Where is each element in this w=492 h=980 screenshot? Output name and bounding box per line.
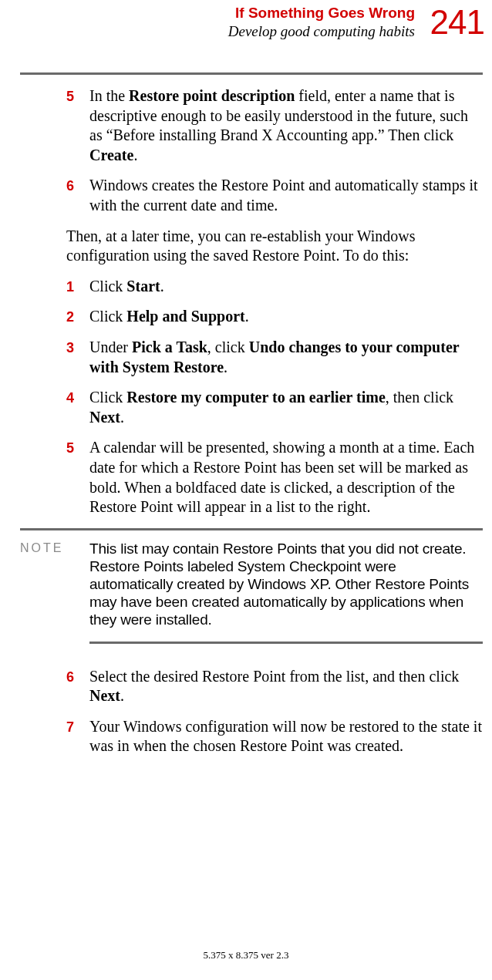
bold-term: Start bbox=[126, 278, 160, 295]
page-footer: 5.375 x 8.375 ver 2.3 bbox=[0, 949, 492, 961]
step-number: 4 bbox=[66, 388, 89, 427]
text-run: , then click bbox=[386, 389, 453, 406]
step-number: 7 bbox=[66, 717, 89, 756]
note-label: NOTE bbox=[20, 540, 89, 629]
note-rule-bottom bbox=[89, 642, 483, 644]
text-run: . bbox=[133, 146, 137, 163]
page-number: 241 bbox=[430, 3, 484, 42]
bold-term: Create bbox=[89, 146, 133, 163]
text-run: A calendar will be presented, showing a … bbox=[89, 439, 474, 515]
text-run: Click bbox=[89, 278, 126, 295]
step-text: Click Help and Support. bbox=[89, 307, 249, 327]
step-text: Select the desired Restore Point from th… bbox=[89, 667, 483, 706]
step-number: 5 bbox=[66, 438, 89, 517]
text-run: . bbox=[160, 278, 164, 295]
step-text: In the Restore point description field, … bbox=[89, 86, 483, 165]
step-number: 6 bbox=[66, 667, 89, 706]
note-rule-top bbox=[20, 528, 483, 530]
step-number: 5 bbox=[66, 86, 89, 165]
header-rule bbox=[20, 72, 483, 75]
text-run: Your Windows configuration will now be r… bbox=[89, 718, 482, 755]
step-list-b: 1Click Start.2Click Help and Support.3Un… bbox=[66, 277, 483, 517]
step-number: 3 bbox=[66, 338, 89, 377]
numbered-step: 5In the Restore point description field,… bbox=[66, 86, 483, 165]
note-row: NOTE This list may contain Restore Point… bbox=[66, 540, 483, 629]
step-text: Click Start. bbox=[89, 277, 164, 297]
numbered-step: 6Windows creates the Restore Point and a… bbox=[66, 176, 483, 215]
numbered-step: 4Click Restore my computer to an earlier… bbox=[66, 388, 483, 427]
transition-paragraph: Then, at a later time, you can re-establ… bbox=[66, 227, 483, 266]
text-run: . bbox=[224, 359, 227, 375]
bold-term: Restore point description bbox=[129, 87, 295, 104]
text-run: In the bbox=[89, 87, 129, 104]
page: If Something Goes Wrong Develop good com… bbox=[0, 0, 492, 980]
step-text: A calendar will be presented, showing a … bbox=[89, 438, 483, 517]
chapter-title: If Something Goes Wrong bbox=[0, 5, 415, 22]
numbered-step: 7Your Windows configuration will now be … bbox=[66, 717, 483, 756]
text-run: , click bbox=[207, 338, 249, 355]
step-list-c: 6Select the desired Restore Point from t… bbox=[66, 667, 483, 756]
numbered-step: 6Select the desired Restore Point from t… bbox=[66, 667, 483, 706]
numbered-step: 3Under Pick a Task, click Undo changes t… bbox=[66, 338, 483, 377]
text-run: Windows creates the Restore Point and au… bbox=[89, 177, 478, 214]
bold-term: Help and Support bbox=[126, 308, 244, 325]
numbered-step: 5A calendar will be presented, showing a… bbox=[66, 438, 483, 517]
step-list-a: 5In the Restore point description field,… bbox=[66, 86, 483, 216]
step-text: Under Pick a Task, click Undo changes to… bbox=[89, 338, 483, 377]
numbered-step: 2Click Help and Support. bbox=[66, 307, 483, 327]
step-text: Windows creates the Restore Point and au… bbox=[89, 176, 483, 215]
step-text: Click Restore my computer to an earlier … bbox=[89, 388, 483, 427]
bold-term: Restore my computer to an earlier time bbox=[126, 389, 385, 406]
step-number: 6 bbox=[66, 176, 89, 215]
section-subtitle: Develop good computing habits bbox=[0, 23, 415, 40]
text-run: . bbox=[120, 687, 124, 704]
page-header: If Something Goes Wrong Develop good com… bbox=[0, 5, 492, 40]
text-run: . bbox=[120, 409, 124, 426]
note-block: NOTE This list may contain Restore Point… bbox=[66, 528, 483, 644]
text-run: Click bbox=[89, 308, 126, 325]
text-run: Click bbox=[89, 389, 126, 406]
step-number: 2 bbox=[66, 307, 89, 327]
step-text: Your Windows configuration will now be r… bbox=[89, 717, 483, 756]
text-run: Under bbox=[89, 338, 132, 355]
header-text-block: If Something Goes Wrong Develop good com… bbox=[0, 5, 415, 40]
numbered-step: 1Click Start. bbox=[66, 277, 483, 297]
step-number: 1 bbox=[66, 277, 89, 297]
text-run: . bbox=[245, 308, 249, 325]
bold-term: Next bbox=[89, 687, 120, 704]
text-run: Select the desired Restore Point from th… bbox=[89, 668, 459, 685]
bold-term: Pick a Task bbox=[132, 338, 207, 355]
bold-term: Next bbox=[89, 409, 120, 426]
page-content: 5In the Restore point description field,… bbox=[66, 86, 483, 767]
note-text: This list may contain Restore Points tha… bbox=[89, 540, 483, 629]
